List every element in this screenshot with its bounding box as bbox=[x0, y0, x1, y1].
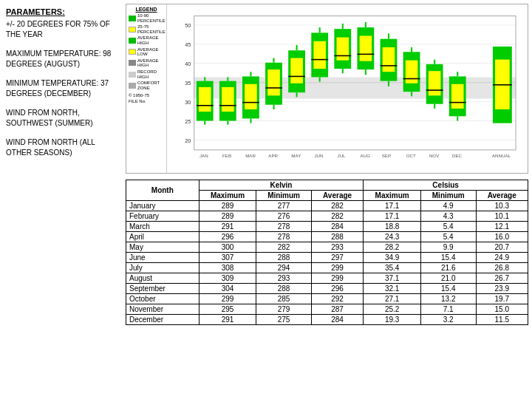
data-cell: 34.9 bbox=[364, 253, 421, 263]
legend-label-7: COMFORT ZONE bbox=[137, 81, 164, 90]
data-cell: 26.8 bbox=[476, 263, 528, 273]
data-cell: 284 bbox=[311, 315, 363, 325]
param4: WIND FROM NORTH, SOUTHWEST (SUMMER) bbox=[6, 108, 120, 129]
data-cell: 37.1 bbox=[364, 273, 421, 284]
param2: MAXIMUM TEMPERATURE: 98 DEGREES (AUGUST) bbox=[6, 49, 120, 69]
wind2-section: WIND FROM NORTH (ALL OTHER SEASONS) bbox=[6, 137, 120, 158]
svg-text:JUN: JUN bbox=[314, 153, 323, 158]
legend-label-4: AVERAGE LOW bbox=[137, 47, 164, 57]
data-cell: 20.7 bbox=[476, 242, 528, 253]
month-header: Month bbox=[126, 180, 200, 201]
data-cell: 7.1 bbox=[420, 304, 476, 315]
svg-text:35: 35 bbox=[185, 80, 191, 86]
table-row: January28927728217.14.910.3 bbox=[126, 201, 528, 211]
month-cell: October bbox=[126, 294, 200, 304]
data-cell: 282 bbox=[311, 201, 363, 211]
data-cell: 295 bbox=[199, 304, 256, 315]
svg-rect-52 bbox=[360, 35, 372, 61]
data-cell: 3.2 bbox=[420, 315, 476, 325]
data-cell: 11.5 bbox=[476, 315, 528, 325]
data-cell: 16.0 bbox=[476, 232, 528, 242]
celsius-group-header: Celsius bbox=[364, 180, 528, 191]
data-cell: 19.7 bbox=[476, 294, 528, 304]
data-cell: 13.2 bbox=[420, 294, 476, 304]
table-row: February28927628217.14.310.1 bbox=[126, 211, 528, 222]
svg-rect-32 bbox=[267, 69, 280, 95]
data-cell: 307 bbox=[199, 253, 256, 263]
svg-rect-57 bbox=[383, 47, 395, 72]
k-min-header: Minimum bbox=[256, 191, 312, 201]
legend-label-3: AVERAGE HIGH bbox=[137, 35, 164, 45]
c-max-header: Maximum bbox=[364, 191, 421, 201]
month-cell: June bbox=[126, 253, 200, 263]
month-cell: November bbox=[126, 304, 200, 315]
data-cell: 282 bbox=[256, 242, 312, 253]
data-cell: 15.4 bbox=[420, 253, 476, 263]
svg-text:ANNUAL: ANNUAL bbox=[492, 153, 511, 158]
chart-area: LEGEND 10-90 PERCENTILE 25-75 PERCENTILE… bbox=[126, 4, 528, 174]
legend-item-6: RECORD HIGH bbox=[129, 69, 164, 79]
data-cell: 293 bbox=[256, 273, 312, 284]
data-cell: 24.9 bbox=[476, 253, 528, 263]
data-cell: 300 bbox=[199, 242, 256, 253]
legend-title: LEGEND bbox=[129, 7, 164, 12]
legend-item-4: AVERAGE LOW bbox=[129, 47, 164, 57]
kelvin-group-header: Kelvin bbox=[199, 180, 364, 191]
data-cell: 24.3 bbox=[364, 232, 421, 242]
legend-color-5 bbox=[129, 60, 136, 66]
month-cell: January bbox=[126, 201, 200, 211]
max-temp-section: MAXIMUM TEMPERATURE: 98 DEGREES (AUGUST) bbox=[6, 49, 120, 69]
legend-item-7: COMFORT ZONE bbox=[129, 81, 164, 90]
legend-label-6: RECORD HIGH bbox=[137, 69, 164, 79]
legend-label-5: AVERAGE HIGH bbox=[137, 58, 164, 68]
data-cell: 25.2 bbox=[364, 304, 421, 315]
data-cell: 4.3 bbox=[420, 211, 476, 222]
data-cell: 5.4 bbox=[420, 222, 476, 232]
data-cell: 9.9 bbox=[420, 242, 476, 253]
svg-rect-62 bbox=[406, 61, 418, 83]
data-cell: 17.1 bbox=[364, 201, 421, 211]
param5: WIND FROM NORTH (ALL OTHER SEASONS) bbox=[6, 137, 120, 158]
data-cell: 17.1 bbox=[364, 211, 421, 222]
svg-text:JAN: JAN bbox=[200, 153, 208, 158]
month-cell: December bbox=[126, 315, 200, 325]
month-cell: April bbox=[126, 232, 200, 242]
data-cell: 293 bbox=[311, 242, 363, 253]
data-cell: 10.1 bbox=[476, 211, 528, 222]
data-cell: 296 bbox=[311, 284, 363, 294]
svg-rect-22 bbox=[222, 87, 234, 112]
svg-text:MAY: MAY bbox=[291, 153, 301, 158]
chart-svg-container: 50 45 40 35 30 25 20 bbox=[167, 4, 528, 173]
svg-rect-42 bbox=[313, 41, 326, 69]
table-row: March29127828418.85.412.1 bbox=[126, 222, 528, 232]
wind1-section: WIND FROM NORTH, SOUTHWEST (SUMMER) bbox=[6, 108, 120, 129]
data-cell: 275 bbox=[256, 315, 312, 325]
data-cell: 308 bbox=[199, 263, 256, 273]
svg-text:OCT: OCT bbox=[406, 153, 416, 158]
table-row: November29527928725.27.115.0 bbox=[126, 304, 528, 315]
data-cell: 276 bbox=[256, 211, 312, 222]
data-cell: 12.1 bbox=[476, 222, 528, 232]
data-cell: 285 bbox=[256, 294, 312, 304]
c-avg-header: Average bbox=[476, 191, 528, 201]
data-cell: 28.2 bbox=[364, 242, 421, 253]
data-cell: 294 bbox=[256, 263, 312, 273]
legend-color-7 bbox=[129, 83, 136, 89]
legend-color-6 bbox=[129, 72, 136, 78]
data-cell: 297 bbox=[311, 253, 363, 263]
c-min-header: Minimum bbox=[420, 191, 476, 201]
table-row: October29928529227.113.219.7 bbox=[126, 294, 528, 304]
legend-label-2: 25-75 PERCENTILE bbox=[137, 24, 166, 34]
svg-text:45: 45 bbox=[185, 41, 191, 48]
data-cell: 284 bbox=[311, 222, 363, 232]
month-cell: February bbox=[126, 211, 200, 222]
legend-item-3: AVERAGE HIGH bbox=[129, 35, 164, 45]
svg-text:FEB: FEB bbox=[222, 153, 231, 158]
month-cell: July bbox=[126, 263, 200, 273]
temperature-table: Month Kelvin Celsius Maximum Minimum Ave… bbox=[126, 180, 528, 325]
data-cell: 296 bbox=[199, 232, 256, 242]
table-area: Month Kelvin Celsius Maximum Minimum Ave… bbox=[126, 180, 528, 395]
data-cell: 289 bbox=[199, 201, 256, 211]
data-cell: 23.9 bbox=[476, 284, 528, 294]
param1: +/- 20 DEGREES FOR 75% OF THE YEAR bbox=[6, 19, 120, 40]
